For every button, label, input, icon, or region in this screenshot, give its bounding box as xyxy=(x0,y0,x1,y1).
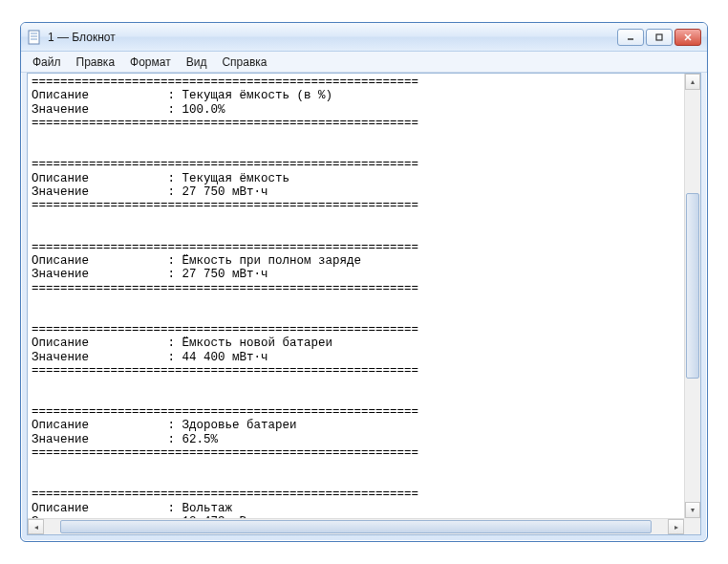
close-button[interactable] xyxy=(674,29,701,46)
notepad-icon xyxy=(27,30,42,45)
notepad-window: 1 — Блокнот Файл Правка Формат Вид Справ… xyxy=(20,22,708,542)
menu-format[interactable]: Формат xyxy=(122,54,179,71)
horizontal-scroll-track[interactable] xyxy=(44,519,668,534)
horizontal-scrollbar[interactable]: ◂ ▸ xyxy=(28,518,684,534)
vertical-scrollbar[interactable]: ▴ ▾ xyxy=(684,74,700,518)
titlebar[interactable]: 1 — Блокнот xyxy=(21,23,707,52)
svg-rect-5 xyxy=(656,34,662,40)
maximize-button[interactable] xyxy=(646,29,673,46)
horizontal-scroll-thumb[interactable] xyxy=(60,520,652,533)
minimize-button[interactable] xyxy=(617,29,644,46)
menu-help[interactable]: Справка xyxy=(214,54,274,71)
menubar: Файл Правка Формат Вид Справка xyxy=(21,52,707,73)
window-controls xyxy=(617,29,701,46)
text-area-wrapper: ========================================… xyxy=(28,74,700,518)
menu-file[interactable]: Файл xyxy=(25,54,69,71)
content-frame: ========================================… xyxy=(27,73,701,535)
menu-view[interactable]: Вид xyxy=(179,54,215,71)
scroll-left-button[interactable]: ◂ xyxy=(28,519,44,534)
scroll-right-button[interactable]: ▸ xyxy=(668,519,684,534)
menu-edit[interactable]: Правка xyxy=(69,54,123,71)
vertical-scroll-track[interactable] xyxy=(685,90,700,502)
text-content[interactable]: ========================================… xyxy=(28,74,684,518)
vertical-scroll-thumb[interactable] xyxy=(686,193,699,379)
scrollbar-corner xyxy=(684,518,700,534)
svg-rect-0 xyxy=(29,31,39,44)
window-title: 1 — Блокнот xyxy=(48,31,617,44)
scroll-down-button[interactable]: ▾ xyxy=(685,502,700,518)
scroll-up-button[interactable]: ▴ xyxy=(685,74,700,90)
